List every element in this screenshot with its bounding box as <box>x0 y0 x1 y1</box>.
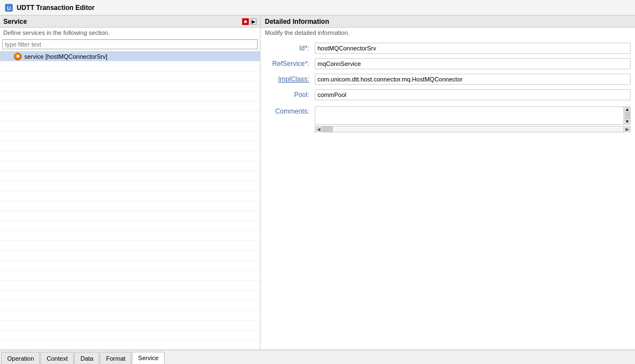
empty-row <box>0 241 260 251</box>
empty-row <box>0 121 260 131</box>
empty-row <box>0 261 260 271</box>
empty-row <box>0 181 260 191</box>
tab-format[interactable]: Format <box>100 352 131 364</box>
empty-row <box>0 151 260 161</box>
empty-row <box>0 301 260 311</box>
id-label: Id*: <box>265 44 315 52</box>
empty-row <box>0 221 260 231</box>
comments-label: Comments: <box>265 106 315 115</box>
service-panel-subtext: Define services in the following section… <box>0 28 260 38</box>
tab-context[interactable]: Context <box>40 352 74 364</box>
svg-text:U: U <box>7 6 11 11</box>
empty-row <box>0 211 260 221</box>
comments-row: Comments: ▲ ▼ ◀ <box>265 106 631 132</box>
tab-operation[interactable]: Operation <box>1 352 40 364</box>
empty-row <box>0 111 260 121</box>
tree-item-label: service [hostMQConnectorSrv] <box>24 53 107 60</box>
hscroll-bar[interactable]: ◀ ▶ <box>315 126 631 132</box>
empty-row <box>0 131 260 141</box>
service-panel-header: Service ■ ▶ <box>0 16 260 28</box>
implclass-field[interactable] <box>315 74 631 85</box>
expand-button[interactable]: ▶ <box>250 18 257 25</box>
app-icon: U <box>4 3 13 12</box>
empty-row <box>0 171 260 181</box>
detail-panel-subtext: Modify the detailed information. <box>260 28 635 38</box>
filter-input[interactable] <box>2 39 258 49</box>
empty-row <box>0 91 260 101</box>
empty-row <box>0 321 260 331</box>
empty-row <box>0 341 260 350</box>
minimize-button[interactable]: ■ <box>242 18 249 25</box>
empty-row <box>0 81 260 91</box>
service-circle-icon <box>14 53 22 60</box>
vscroll-thumb <box>624 112 630 119</box>
empty-row <box>0 191 260 201</box>
service-tree: service [hostMQConnectorSrv] <box>0 51 260 350</box>
empty-row <box>0 291 260 301</box>
vscroll-up-btn[interactable]: ▲ <box>624 107 631 112</box>
detail-panel-header: Detailed Information <box>260 16 635 28</box>
tab-service[interactable]: Service <box>132 352 165 364</box>
tree-item-service[interactable]: service [hostMQConnectorSrv] <box>0 52 260 61</box>
left-panel: Service ■ ▶ Define services in the follo… <box>0 16 260 350</box>
empty-row <box>0 251 260 261</box>
service-item-icon <box>13 52 22 61</box>
id-row: Id*: <box>265 42 631 54</box>
bottom-tab-bar: Operation Context Data Format Service <box>0 350 635 364</box>
title-bar: U UDTT Transaction Editor <box>0 0 635 16</box>
empty-row <box>0 141 260 151</box>
implclass-row: ImplClass: <box>265 73 631 85</box>
comments-textarea[interactable] <box>315 107 630 122</box>
empty-row <box>0 71 260 81</box>
refservice-row: RefService*: <box>265 58 631 70</box>
vscroll-bar[interactable]: ▲ ▼ <box>623 107 630 124</box>
empty-row <box>0 231 260 241</box>
hscroll-left-btn[interactable]: ◀ <box>315 126 322 132</box>
id-field[interactable] <box>315 43 631 54</box>
panel-controls: ■ ▶ <box>242 18 257 25</box>
empty-row <box>0 201 260 211</box>
empty-row <box>0 101 260 111</box>
empty-row <box>0 271 260 281</box>
implclass-label[interactable]: ImplClass: <box>265 75 315 83</box>
empty-row <box>0 161 260 171</box>
vscroll-down-btn[interactable]: ▼ <box>624 119 631 124</box>
service-panel-title: Service <box>3 18 27 25</box>
detail-form: Id*: RefService*: ImplClass: Pool: Comme… <box>260 38 635 137</box>
detail-panel-title: Detailed Information <box>265 18 329 25</box>
pool-label: Pool: <box>265 91 315 99</box>
tab-data[interactable]: Data <box>74 352 99 364</box>
pool-field[interactable] <box>315 89 631 100</box>
hscroll-right-btn[interactable]: ▶ <box>623 126 630 132</box>
empty-row <box>0 61 260 71</box>
main-content: Service ■ ▶ Define services in the follo… <box>0 16 635 350</box>
pool-row: Pool: <box>265 89 631 101</box>
app-title: UDTT Transaction Editor <box>17 4 95 12</box>
right-panel: Detailed Information Modify the detailed… <box>260 16 635 350</box>
empty-row <box>0 281 260 291</box>
empty-row <box>0 331 260 341</box>
comments-box[interactable]: ▲ ▼ <box>315 106 631 125</box>
empty-row <box>0 311 260 321</box>
refservice-field[interactable] <box>315 58 631 69</box>
hscroll-thumb <box>322 126 333 132</box>
refservice-label: RefService*: <box>265 60 315 68</box>
